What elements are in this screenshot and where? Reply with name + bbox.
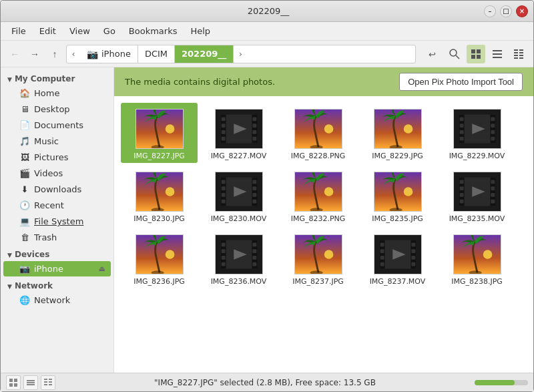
svg-rect-45 — [459, 124, 463, 128]
svg-rect-126 — [14, 383, 17, 387]
file-item[interactable]: IMG_8229.JPG — [359, 103, 436, 163]
up-button[interactable]: ↑ — [46, 45, 63, 63]
svg-rect-130 — [44, 379, 47, 380]
sidebar-item-music[interactable]: 🎵 Music — [3, 134, 111, 149]
file-item[interactable]: IMG_8230.JPG — [121, 166, 198, 226]
breadcrumb-left-arrow[interactable]: ‹ — [67, 45, 80, 63]
file-item[interactable]: IMG_8237.MOV — [359, 228, 436, 288]
minimize-button[interactable]: – — [484, 5, 496, 17]
grid-view-button[interactable] — [467, 45, 485, 63]
sidebar-item-home[interactable]: 🏠 Home — [3, 85, 111, 101]
svg-rect-129 — [27, 384, 35, 385]
file-item[interactable]: IMG_8236.JPG — [121, 228, 198, 288]
forward-button[interactable]: → — [26, 45, 43, 63]
svg-rect-13 — [519, 52, 523, 53]
svg-point-19 — [165, 124, 174, 134]
svg-rect-62 — [221, 193, 225, 197]
menu-edit[interactable]: Edit — [34, 24, 61, 38]
video-thumbnail — [215, 109, 263, 149]
sidebar-item-network[interactable]: 🌐 Network — [3, 292, 111, 308]
sidebar-item-pictures[interactable]: 🖼 Pictures — [3, 150, 111, 165]
file-item[interactable]: IMG_8235.MOV — [439, 166, 515, 226]
menu-view[interactable]: View — [64, 24, 95, 38]
iphone-device-icon: 📷 — [87, 49, 98, 59]
sidebar-section-devices[interactable]: Devices — [1, 246, 113, 260]
back-button[interactable]: ← — [6, 45, 23, 63]
breadcrumb-current[interactable]: 202209__ — [175, 45, 234, 63]
mycomputer-toggle-icon — [7, 74, 12, 83]
compact-view-button[interactable] — [509, 45, 528, 63]
menu-help[interactable]: Help — [185, 24, 216, 38]
video-thumbnail — [215, 172, 263, 212]
svg-rect-64 — [252, 180, 256, 184]
svg-rect-67 — [252, 199, 256, 203]
svg-rect-31 — [252, 130, 256, 134]
file-item[interactable]: IMG_8227.JPG — [121, 103, 198, 163]
photo-thumbnail — [453, 234, 501, 274]
svg-rect-81 — [459, 193, 463, 197]
file-item[interactable]: IMG_8227.MOV — [200, 103, 277, 163]
list-view-button[interactable] — [488, 45, 507, 63]
menu-file[interactable]: File — [6, 24, 31, 38]
svg-rect-98 — [221, 262, 225, 266]
statusbar-icon-3[interactable] — [41, 375, 55, 390]
file-name: IMG_8227.MOV — [211, 152, 267, 160]
desktop-icon: 🖥 — [19, 104, 30, 114]
sidebar-item-recent[interactable]: 🕐 Recent — [3, 198, 111, 213]
svg-rect-100 — [252, 249, 256, 253]
file-item[interactable]: IMG_8238.JPG — [439, 228, 515, 288]
sidebar-section-mycomputer[interactable]: My Computer — [1, 70, 113, 85]
file-item[interactable]: IMG_8236.MOV — [200, 228, 277, 288]
main-window: 202209__ – □ × File Edit View Go Bookmar… — [0, 0, 534, 392]
photo-thumbnail — [294, 172, 342, 212]
svg-rect-14 — [514, 55, 518, 56]
svg-point-121 — [483, 250, 492, 259]
sort-button[interactable]: ↩ — [424, 45, 443, 63]
svg-rect-99 — [252, 242, 256, 246]
sidebar-item-desktop[interactable]: 🖥 Desktop — [3, 102, 111, 117]
svg-point-38 — [403, 124, 413, 134]
svg-rect-113 — [380, 256, 384, 260]
sidebar-item-filesystem[interactable]: 💻 File System — [3, 214, 111, 229]
sidebar-item-videos[interactable]: 🎬 Videos — [3, 166, 111, 181]
search-button[interactable] — [445, 45, 464, 63]
svg-rect-95 — [221, 242, 225, 246]
file-item[interactable]: IMG_8232.PNG — [280, 166, 356, 226]
recent-icon: 🕐 — [19, 200, 30, 210]
breadcrumb-iphone[interactable]: 📷 iPhone — [80, 45, 138, 63]
grid-view-icon — [471, 49, 481, 59]
svg-point-106 — [310, 270, 322, 274]
svg-rect-85 — [491, 193, 495, 197]
breadcrumb-right-arrow[interactable]: › — [234, 45, 247, 63]
breadcrumb-dcim[interactable]: DCIM — [138, 45, 175, 63]
file-item[interactable]: IMG_8237.JPG — [280, 228, 356, 288]
file-item[interactable]: IMG_8230.MOV — [200, 166, 277, 226]
content-area: The media contains digital photos. Open … — [114, 67, 533, 373]
svg-rect-63 — [221, 199, 225, 203]
svg-rect-50 — [491, 130, 495, 134]
file-item[interactable]: IMG_8229.MOV — [439, 103, 515, 163]
maximize-button[interactable]: □ — [500, 5, 512, 17]
svg-point-70 — [324, 187, 333, 196]
sidebar-section-network[interactable]: Network — [1, 277, 113, 292]
close-button[interactable]: × — [516, 5, 528, 17]
menu-go[interactable]: Go — [98, 24, 121, 38]
open-pix-button[interactable]: Open Pix Photo Import Tool — [399, 73, 523, 91]
statusbar-icon-1[interactable] — [6, 375, 21, 390]
svg-rect-114 — [380, 262, 384, 266]
statusbar-icon-2[interactable] — [23, 375, 38, 390]
sidebar-item-iphone[interactable]: 📷 iPhone ⏏ — [3, 261, 111, 276]
file-item[interactable]: IMG_8228.PNG — [280, 103, 356, 163]
svg-rect-79 — [459, 180, 463, 184]
file-item[interactable]: IMG_8235.JPG — [359, 166, 436, 226]
network-icon: 🌐 — [19, 295, 30, 305]
menu-bookmarks[interactable]: Bookmarks — [123, 24, 183, 38]
svg-rect-127 — [27, 380, 35, 381]
sort-icon: ↩ — [427, 48, 439, 60]
video-thumbnail — [453, 172, 501, 212]
eject-icon[interactable]: ⏏ — [99, 264, 105, 273]
sidebar-item-downloads[interactable]: ⬇ Downloads — [3, 182, 111, 197]
breadcrumb: ‹ 📷 iPhone DCIM 202209__ › — [66, 45, 416, 63]
sidebar-item-documents[interactable]: 📄 Documents — [3, 118, 111, 133]
sidebar-item-trash[interactable]: 🗑 Trash — [3, 230, 111, 245]
